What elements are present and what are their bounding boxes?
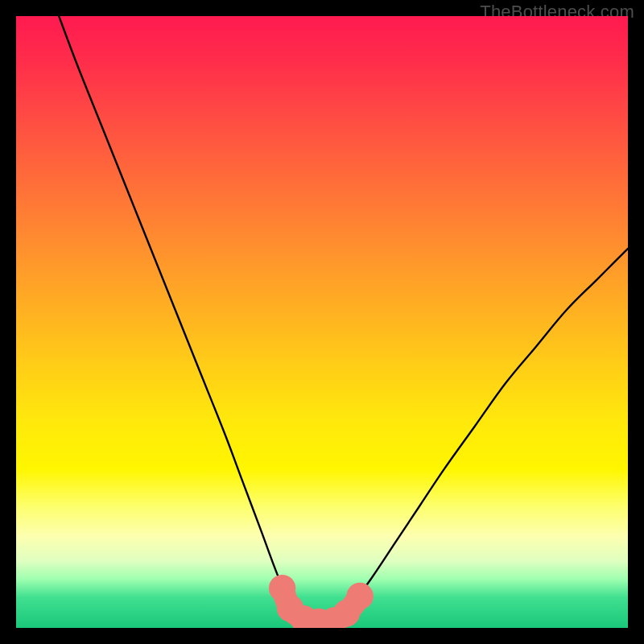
chart-plot-area [16,16,628,628]
chart-frame: TheBottleneck.com [0,0,644,644]
marker-group [269,575,374,628]
curve-marker [346,583,373,609]
bottleneck-curve [59,16,628,622]
chart-svg [16,16,628,628]
